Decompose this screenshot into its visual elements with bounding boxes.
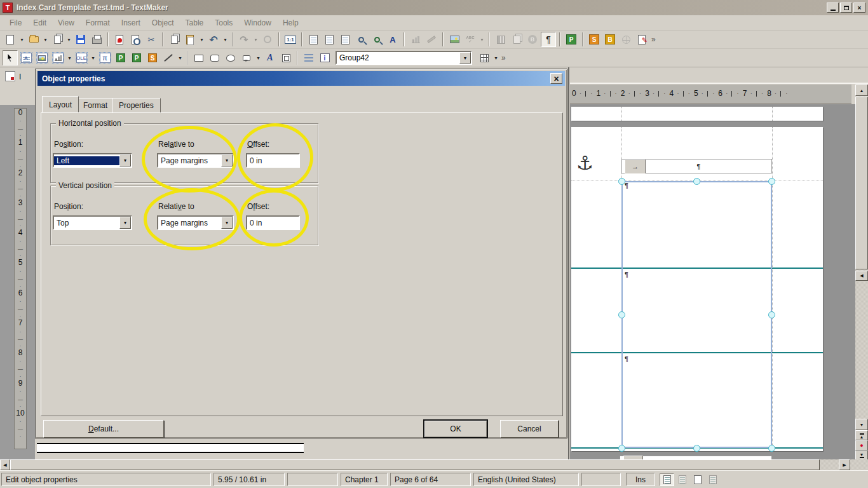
basicmaker-button[interactable]: B: [602, 32, 618, 47]
draw-callout-button[interactable]: [239, 50, 254, 65]
minimize-button[interactable]: [827, 3, 839, 13]
menu-window[interactable]: Window: [238, 17, 277, 29]
insert-planmaker-chart-button[interactable]: P: [129, 50, 144, 65]
draw-ellipse-button[interactable]: [223, 50, 238, 65]
resize-handle-bottom-right[interactable]: [768, 445, 775, 452]
export-button[interactable]: [50, 32, 65, 47]
h-position-combobox[interactable]: Left ▾: [53, 153, 132, 168]
toolbar-overflow-icon[interactable]: »: [501, 53, 506, 62]
v-offset-input[interactable]: 0 in: [246, 215, 300, 230]
menu-help[interactable]: Help: [277, 17, 304, 29]
character-dialog-button[interactable]: A: [385, 32, 400, 47]
resize-handle-top-left[interactable]: [618, 178, 625, 185]
paste-button[interactable]: [182, 32, 198, 47]
insert-ole-object-button[interactable]: OLE: [74, 50, 89, 65]
scroll-down-button[interactable]: ▼: [855, 419, 868, 430]
v-position-dropdown-icon[interactable]: ▾: [119, 217, 131, 229]
close-button[interactable]: ×: [853, 3, 865, 13]
h-relative-dropdown-icon[interactable]: ▾: [221, 154, 233, 166]
insert-planmaker-object-button[interactable]: P: [113, 50, 128, 65]
export-pdf-button[interactable]: [112, 32, 127, 47]
tab-order-button[interactable]: [301, 50, 316, 65]
v-relative-dropdown-icon[interactable]: ▾: [221, 217, 233, 229]
draw-line-dropdown[interactable]: ▾: [177, 50, 184, 65]
draw-callout-dropdown[interactable]: ▾: [255, 50, 262, 65]
resize-handle-bottom-left[interactable]: [618, 445, 625, 452]
insert-chart-frame-button[interactable]: [50, 50, 65, 65]
open-button[interactable]: [26, 32, 41, 47]
edit-mode-button[interactable]: [634, 32, 649, 47]
save-button[interactable]: [73, 32, 88, 47]
draw-rounded-rectangle-button[interactable]: [207, 50, 222, 65]
page-view-button[interactable]: [322, 32, 337, 47]
spell-check-dropdown[interactable]: ▾: [478, 32, 485, 47]
normal-view-button[interactable]: [306, 32, 321, 47]
new-document-dropdown[interactable]: ▾: [18, 32, 25, 47]
restore-button[interactable]: [840, 3, 852, 13]
cut-button[interactable]: ✂: [144, 32, 159, 47]
grid-button[interactable]: [477, 50, 492, 65]
insert-textart-button[interactable]: A: [262, 50, 278, 65]
bullets-button[interactable]: B: [525, 32, 540, 47]
tab-format[interactable]: Format: [76, 98, 114, 113]
status-page[interactable]: Page 6 of 64: [390, 473, 471, 486]
split-view-button[interactable]: ◀: [855, 271, 868, 281]
page-view-mode-button[interactable]: [690, 473, 705, 486]
status-language[interactable]: English (United States): [473, 473, 579, 486]
scroll-up-button[interactable]: ▲: [855, 85, 868, 96]
draw-line-button[interactable]: [161, 50, 176, 65]
horizontal-scrollbar-thumb[interactable]: [10, 459, 820, 470]
dialog-title-bar[interactable]: Object properties ×: [37, 71, 565, 86]
paste-dropdown[interactable]: ▾: [198, 32, 205, 47]
insert-presentation-object-button[interactable]: S: [145, 50, 160, 65]
status-cursor-position[interactable]: 5.95 / 10.61 in: [214, 473, 285, 486]
search-button[interactable]: [260, 32, 275, 47]
tab-layout[interactable]: Layout: [42, 96, 79, 112]
undo-dropdown[interactable]: ▾: [222, 32, 229, 47]
resize-handle-bottom-center[interactable]: [693, 445, 700, 452]
grid-dropdown[interactable]: ▾: [492, 50, 499, 65]
tab-properties[interactable]: Properties: [112, 98, 161, 113]
default-button[interactable]: Default...: [43, 420, 164, 438]
menu-file[interactable]: File: [4, 17, 27, 29]
browse-object-button[interactable]: ●: [855, 440, 868, 451]
open-dropdown[interactable]: ▾: [42, 32, 49, 47]
frame-group-button[interactable]: [278, 50, 294, 65]
object-selector-dropdown-icon[interactable]: ▾: [459, 52, 471, 64]
planmaker-button[interactable]: P: [564, 32, 579, 47]
resize-handle-top-right[interactable]: [768, 178, 775, 185]
menu-insert[interactable]: Insert: [116, 17, 146, 29]
menu-edit[interactable]: Edit: [27, 17, 52, 29]
insert-formula-button[interactable]: π: [97, 50, 112, 65]
v-relative-combobox[interactable]: Page margins ▾: [157, 215, 234, 230]
selection-pointer-button[interactable]: [3, 50, 18, 65]
two-page-view-button[interactable]: [337, 32, 353, 47]
redo-dropdown[interactable]: ▾: [252, 32, 259, 47]
resize-handle-middle-right[interactable]: [768, 311, 775, 318]
duplicate-button[interactable]: [509, 32, 524, 47]
cancel-button[interactable]: Cancel: [500, 420, 559, 438]
insert-chart-button[interactable]: [408, 32, 423, 47]
h-position-dropdown-icon[interactable]: ▾: [119, 154, 131, 166]
zoom-100-button[interactable]: 1:1: [283, 32, 298, 47]
chart-frame-dropdown[interactable]: ▾: [66, 50, 73, 65]
outline-view-mode-button[interactable]: [705, 473, 720, 486]
status-chapter[interactable]: Chapter 1: [341, 473, 388, 486]
menu-view[interactable]: View: [52, 17, 80, 29]
redo-button[interactable]: ↷: [236, 32, 252, 47]
selected-object-frame[interactable]: [621, 181, 772, 448]
menu-table[interactable]: Table: [180, 17, 210, 29]
new-document-button[interactable]: [3, 32, 18, 47]
ok-button[interactable]: OK: [424, 420, 487, 438]
scroll-right-button[interactable]: ▶: [839, 459, 850, 470]
h-relative-combobox[interactable]: Page margins ▾: [157, 153, 234, 168]
print-button[interactable]: [89, 32, 104, 47]
scroll-left-button[interactable]: ◀: [0, 459, 10, 470]
previous-page-button[interactable]: ▲: [855, 430, 868, 440]
object-selector-combobox[interactable]: Group42 ▾: [336, 51, 472, 65]
object-properties-button[interactable]: i: [317, 50, 332, 65]
web-button[interactable]: [618, 32, 634, 47]
presentations-button[interactable]: S: [587, 32, 602, 47]
normal-view-mode-button[interactable]: [660, 473, 674, 486]
header-text-frame[interactable]: → ¶: [621, 159, 772, 173]
